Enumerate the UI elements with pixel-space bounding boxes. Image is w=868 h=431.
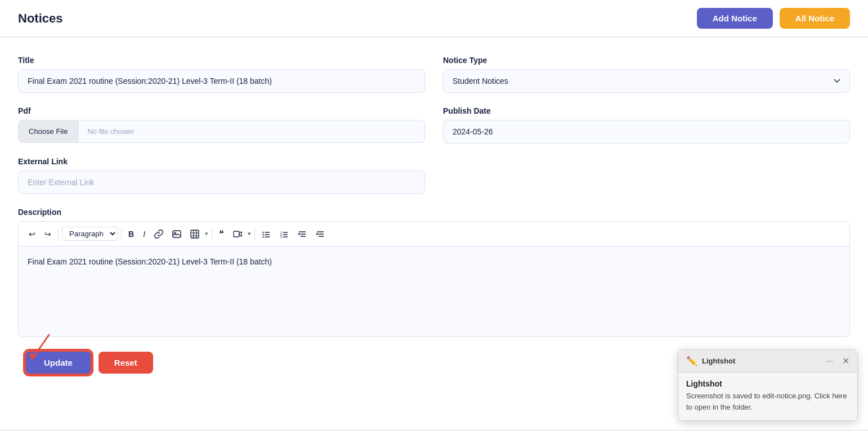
publish-date-input[interactable] bbox=[443, 120, 850, 143]
form-row-2: Pdf Choose File No file chosen Publish D… bbox=[18, 106, 850, 143]
publish-date-label: Publish Date bbox=[443, 106, 850, 115]
image-button[interactable] bbox=[169, 227, 185, 241]
toolbar-divider-3 bbox=[212, 228, 212, 240]
bullet-list-button[interactable] bbox=[258, 227, 274, 241]
file-name-display: No file chosen bbox=[78, 120, 142, 142]
svg-rect-2 bbox=[191, 230, 199, 238]
bullet-list-icon bbox=[262, 230, 271, 239]
link-button[interactable] bbox=[151, 227, 167, 241]
ordered-list-button[interactable]: 1. 2. 3. bbox=[276, 227, 292, 241]
lightshot-dots-button[interactable]: ··· bbox=[826, 356, 833, 366]
external-link-label: External Link bbox=[18, 157, 425, 166]
link-icon bbox=[154, 230, 163, 239]
image-icon bbox=[172, 230, 181, 239]
reset-button[interactable]: Reset bbox=[99, 352, 153, 374]
lightshot-header: ✏️ Lightshot ··· ✕ bbox=[678, 350, 857, 372]
file-input-wrapper: Choose File No file chosen bbox=[18, 120, 425, 143]
toolbar-divider-1 bbox=[58, 228, 59, 240]
spacer-group bbox=[443, 157, 850, 194]
lightshot-message[interactable]: Screenshot is saved to edit-notice.png. … bbox=[686, 390, 849, 412]
notice-type-select[interactable]: Student Notices Faculty Notices General … bbox=[443, 69, 850, 93]
lightshot-popup: ✏️ Lightshot ··· ✕ Lightshot Screenshot … bbox=[678, 349, 858, 421]
svg-point-10 bbox=[262, 236, 263, 237]
description-label: Description bbox=[18, 208, 850, 217]
all-notice-button[interactable]: All Notice bbox=[780, 8, 850, 29]
table-dropdown-arrow[interactable]: ▾ bbox=[205, 230, 208, 237]
page-title: Notices bbox=[18, 11, 62, 26]
toolbar-divider-2 bbox=[121, 228, 122, 240]
form-row-1: Title Notice Type Student Notices Facult… bbox=[18, 56, 850, 93]
toolbar-divider-4 bbox=[254, 228, 255, 240]
notice-type-group: Notice Type Student Notices Faculty Noti… bbox=[443, 56, 850, 93]
description-group: Description ↩ ↪ Paragraph Heading 1 Head… bbox=[18, 208, 850, 337]
indent-less-button[interactable] bbox=[294, 227, 310, 241]
choose-file-button[interactable]: Choose File bbox=[19, 120, 78, 142]
editor-content[interactable]: Final Exam 2021 routine (Session:2020-21… bbox=[19, 246, 849, 336]
video-icon bbox=[233, 230, 242, 239]
video-button[interactable] bbox=[230, 227, 245, 241]
lightshot-popup-title: Lightshot bbox=[702, 357, 821, 365]
editor-wrapper: ↩ ↪ Paragraph Heading 1 Heading 2 B I bbox=[18, 221, 850, 337]
lightshot-close-button[interactable]: ✕ bbox=[842, 356, 849, 366]
title-input[interactable] bbox=[18, 69, 425, 93]
svg-point-9 bbox=[262, 234, 263, 235]
pdf-label: Pdf bbox=[18, 106, 425, 115]
table-icon bbox=[190, 230, 199, 239]
ordered-list-icon: 1. 2. 3. bbox=[280, 230, 289, 239]
form-row-3: External Link bbox=[18, 157, 850, 194]
undo-button[interactable]: ↩ bbox=[25, 227, 39, 241]
italic-button[interactable]: I bbox=[140, 227, 149, 241]
page-header: Notices Add Notice All Notice bbox=[0, 0, 868, 37]
redo-button[interactable]: ↪ bbox=[41, 227, 55, 241]
arrow-indicator bbox=[24, 332, 55, 366]
pdf-group: Pdf Choose File No file chosen bbox=[18, 106, 425, 143]
add-notice-button[interactable]: Add Notice bbox=[697, 8, 773, 29]
bold-button[interactable]: B bbox=[125, 227, 137, 241]
title-group: Title bbox=[18, 56, 425, 93]
title-label: Title bbox=[18, 56, 425, 65]
editor-toolbar: ↩ ↪ Paragraph Heading 1 Heading 2 B I bbox=[19, 222, 849, 246]
publish-date-group: Publish Date bbox=[443, 106, 850, 143]
paragraph-select[interactable]: Paragraph Heading 1 Heading 2 bbox=[62, 227, 118, 241]
header-action-buttons: Add Notice All Notice bbox=[697, 8, 850, 29]
lightshot-icon: ✏️ bbox=[686, 356, 697, 366]
external-link-group: External Link bbox=[18, 157, 425, 194]
notice-type-label: Notice Type bbox=[443, 56, 850, 65]
lightshot-app-name: Lightshot bbox=[686, 379, 849, 388]
svg-rect-7 bbox=[234, 231, 239, 237]
blockquote-button[interactable]: ❝ bbox=[216, 226, 227, 241]
svg-point-1 bbox=[175, 232, 176, 234]
lightshot-body: Lightshot Screenshot is saved to edit-no… bbox=[678, 372, 857, 420]
external-link-input[interactable] bbox=[18, 170, 425, 194]
table-button[interactable] bbox=[187, 227, 203, 241]
indent-less-icon bbox=[298, 230, 307, 239]
svg-text:3.: 3. bbox=[280, 235, 283, 239]
indent-more-icon bbox=[316, 230, 325, 239]
svg-point-8 bbox=[262, 231, 263, 232]
indent-more-button[interactable] bbox=[312, 227, 328, 241]
video-dropdown-arrow[interactable]: ▾ bbox=[248, 230, 251, 237]
